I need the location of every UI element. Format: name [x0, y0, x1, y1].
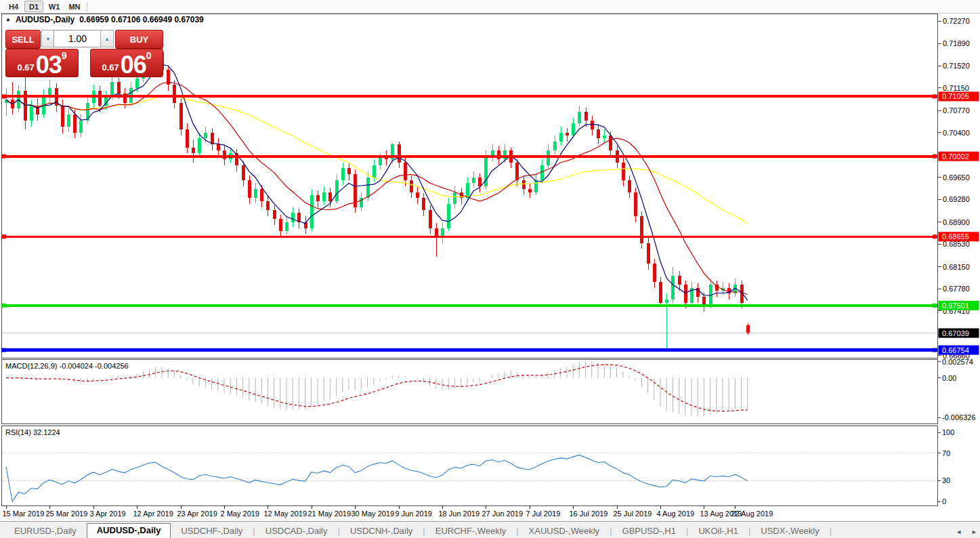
- sell-button[interactable]: SELL: [5, 30, 41, 49]
- date-axis-label: 7 Jul 2019: [526, 510, 561, 518]
- price-axis-badge-label: 0.67501: [942, 302, 969, 310]
- tab-usdchf-daily[interactable]: USDCHF-,Daily: [171, 524, 253, 538]
- candle-body: [335, 180, 339, 201]
- level-line-handle[interactable]: [933, 94, 937, 98]
- date-axis-label: 18 Jun 2019: [439, 510, 480, 518]
- price-axis-label: 0.71520: [943, 62, 970, 70]
- macd-panel: [1, 359, 937, 423]
- tab-scroll-right-icon[interactable]: ►: [971, 529, 977, 535]
- candle-body: [260, 189, 263, 201]
- tab-scroll-left-icon[interactable]: ◄: [956, 529, 962, 535]
- volume-increase-button[interactable]: ▲: [100, 30, 114, 47]
- date-axis-label: 30 May 2019: [351, 510, 395, 518]
- candle-body: [453, 192, 456, 205]
- macd-axis-label: -0.006326: [942, 413, 976, 421]
- candle-body: [322, 192, 326, 201]
- buy-button[interactable]: BUY: [115, 30, 163, 49]
- candle-body: [273, 210, 276, 219]
- price-axis-badge-label: 0.70002: [942, 152, 969, 161]
- candle-body: [328, 192, 332, 201]
- date-axis-label: 9 Jun 2019: [396, 510, 432, 518]
- price-axis-label: 0.72270: [943, 17, 970, 25]
- tab-usdx-weekly[interactable]: USDX-,Weekly: [750, 524, 829, 538]
- candle-body: [379, 157, 382, 165]
- candle-body: [198, 138, 201, 153]
- sell-price-display[interactable]: 0.67039: [5, 49, 79, 77]
- candle-body: [341, 168, 345, 180]
- candle-body: [404, 163, 407, 180]
- date-axis-label: 2 May 2019: [221, 510, 259, 518]
- buy-price-display[interactable]: 0.67060: [90, 49, 163, 77]
- candle-body: [515, 163, 519, 180]
- buy-price-big: 06: [121, 55, 146, 75]
- level-line-handle[interactable]: [2, 304, 6, 308]
- candle-body: [540, 165, 544, 180]
- collapse-chart-icon[interactable]: ▲: [5, 16, 11, 22]
- date-axis: 15 Mar 201925 Mar 20193 Apr 201912 Apr 2…: [3, 505, 773, 518]
- candle-body: [659, 282, 662, 303]
- level-line-handle[interactable]: [2, 154, 6, 159]
- chart-tab-bar: EURUSD-,DailyAUDUSD-,DailyUSDCHF-,Daily|…: [0, 521, 980, 538]
- level-line-handle[interactable]: [933, 348, 937, 352]
- tab-ukoil-h1[interactable]: UKOil-,H1: [688, 524, 748, 538]
- price-axis-label: 0.70400: [943, 129, 970, 137]
- price-chart-canvas[interactable]: 0.722700.718900.715200.711500.707700.704…: [0, 0, 980, 522]
- tab-usdcad-daily[interactable]: USDCAD-,Daily: [255, 524, 338, 538]
- macd-label: MACD(12,26,9) -0.004024 -0.004256: [5, 362, 129, 370]
- candle-body: [603, 136, 606, 138]
- sell-price-big: 03: [36, 55, 62, 75]
- rsi-axis-label: 70: [942, 449, 950, 457]
- price-axis-label: 0.70770: [943, 106, 970, 115]
- candle-body: [591, 121, 594, 129]
- tab-gbpusd-h1[interactable]: GBPUSD-,H1: [612, 524, 686, 538]
- candle-body: [696, 288, 700, 297]
- date-axis-label: 15 Mar 2019: [3, 510, 45, 518]
- date-axis-label: 22 Aug 2019: [731, 510, 773, 518]
- level-line-handle[interactable]: [2, 94, 6, 98]
- price-axis-badge-label: 0.68655: [942, 232, 969, 241]
- tab-separator: |: [830, 526, 832, 538]
- candle-body: [173, 85, 176, 102]
- candle-body: [503, 150, 507, 159]
- sell-price-prefix: 0.67: [17, 62, 34, 73]
- candle-body: [73, 115, 77, 132]
- candle-body: [422, 198, 425, 210]
- tab-scroll-buttons: ◄ ►: [956, 529, 977, 535]
- tab-audusd-daily[interactable]: AUDUSD-,Daily: [87, 523, 171, 538]
- chart-panels: [1, 14, 937, 505]
- triangle-down-icon: ▼: [46, 37, 51, 41]
- chart-title-ohlc: 0.66959 0.67106 0.66949 0.67039: [79, 15, 204, 24]
- date-axis-label: 23 Apr 2019: [177, 510, 217, 518]
- date-axis-label: 25 Mar 2019: [46, 510, 88, 518]
- candle-body: [435, 228, 438, 237]
- candle-body: [609, 136, 612, 150]
- level-line-handle[interactable]: [933, 154, 937, 159]
- date-axis-label: 16 Jul 2019: [570, 510, 608, 518]
- one-click-trading-panel: SELL ▼ 1.00 ▲ BUY 0.67039 0.67060: [5, 30, 162, 75]
- date-axis-label: 21 May 2019: [308, 510, 351, 518]
- level-line-handle[interactable]: [933, 234, 937, 239]
- tab-usdcnh-daily[interactable]: USDCNH-,Daily: [340, 524, 423, 538]
- sell-price-sup: 9: [62, 50, 67, 61]
- candle-body: [217, 144, 220, 150]
- volume-input[interactable]: 1.00: [54, 30, 102, 47]
- date-axis-label: 12 Apr 2019: [133, 510, 173, 518]
- tab-xauusd-weekly[interactable]: XAUUSD-,Weekly: [519, 524, 610, 538]
- tab-eurchf-weekly[interactable]: EURCHF-,Weekly: [425, 524, 517, 538]
- level-line-handle[interactable]: [2, 348, 6, 352]
- candle-body: [416, 192, 419, 199]
- price-axis-label: 0.71150: [943, 84, 969, 92]
- tab-eurusd-daily[interactable]: EURUSD-,Daily: [4, 524, 87, 538]
- candle-body: [179, 103, 183, 130]
- candle-body: [347, 168, 351, 174]
- volume-decrease-button[interactable]: ▼: [41, 30, 55, 47]
- candle-body: [472, 178, 475, 184]
- candle-body: [578, 112, 581, 124]
- candle-body: [410, 180, 413, 192]
- candle-body: [572, 123, 575, 136]
- buy-price-sup: 0: [146, 50, 152, 61]
- level-line-handle[interactable]: [933, 304, 937, 308]
- candle-body: [61, 106, 64, 127]
- level-line-handle[interactable]: [2, 234, 6, 239]
- price-axis-label: 0.68900: [943, 218, 970, 226]
